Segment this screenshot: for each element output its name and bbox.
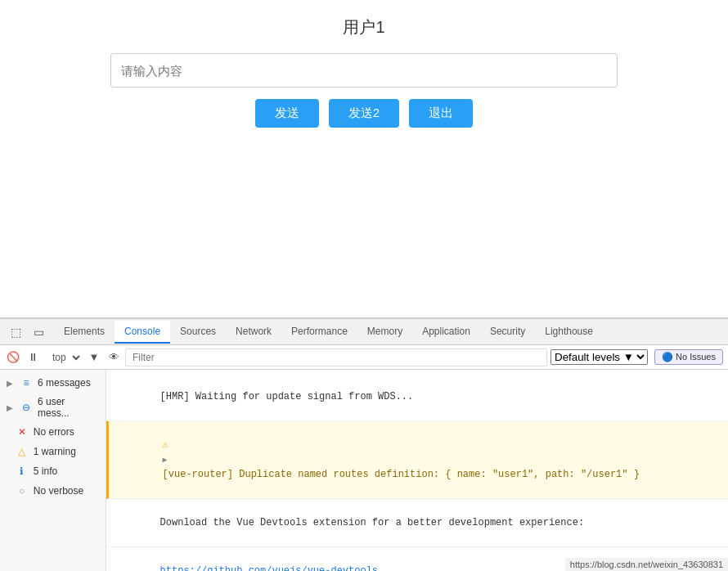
page-title-area: 用户1 <box>0 16 728 38</box>
devtools-icons-left: ⬚ ▭ <box>7 323 47 341</box>
expand-arrow-messages: ▶ <box>7 379 13 388</box>
send-button[interactable]: 发送 <box>255 99 319 128</box>
errors-icon: ✕ <box>16 425 29 438</box>
devtools-console[interactable]: [HMR] Waiting for update signal from WDS… <box>106 370 728 571</box>
tab-console[interactable]: Console <box>115 321 170 344</box>
expand-arrow-verbose <box>7 487 9 496</box>
sidebar-item-messages[interactable]: ▶ ≡ 6 messages <box>0 373 106 393</box>
filter-input[interactable] <box>125 348 547 366</box>
default-levels-select[interactable]: Default levels ▼ <box>550 349 648 365</box>
button-area: 发送 发送2 退出 <box>255 99 473 128</box>
warnings-icon: △ <box>16 445 29 458</box>
tab-network[interactable]: Network <box>226 321 281 344</box>
warning-icon: ⚠ <box>163 439 169 451</box>
messages-label: 6 messages <box>38 377 91 389</box>
warnings-label: 1 warning <box>34 446 76 457</box>
devtools-tabs: ⬚ ▭ Elements Console Sources Network Per… <box>0 319 728 345</box>
input-area <box>110 53 618 88</box>
device-icon[interactable]: ▭ <box>29 323 47 341</box>
tab-elements[interactable]: Elements <box>54 321 115 344</box>
devtools-link[interactable]: https://github.com/vuejs/vue-devtools <box>160 565 378 571</box>
sidebar-item-errors[interactable]: ✕ No errors <box>0 422 106 442</box>
content-input[interactable] <box>110 53 618 88</box>
console-line-hmr: [HMR] Waiting for update signal from WDS… <box>106 373 728 421</box>
devtools-body: ▶ ≡ 6 messages ▶ ⊖ 6 user mess... ✕ No e… <box>0 370 728 571</box>
tab-lighthouse[interactable]: Lighthouse <box>535 321 603 344</box>
devtools-sidebar: ▶ ≡ 6 messages ▶ ⊖ 6 user mess... ✕ No e… <box>0 370 106 571</box>
expand-arrow-info <box>7 467 9 476</box>
sidebar-item-user-messages[interactable]: ▶ ⊖ 6 user mess... <box>0 393 106 422</box>
tab-security[interactable]: Security <box>480 321 535 344</box>
console-line-vue-router-text: [vue-router] Duplicate named routes defi… <box>163 469 640 480</box>
statusbar-url: https://blog.csdn.net/weixin_43630831 <box>570 560 723 569</box>
expand-arrow-errors <box>7 428 9 437</box>
info-label: 5 info <box>34 465 57 477</box>
inspect-icon[interactable]: ⬚ <box>7 323 25 341</box>
info-icon: ℹ <box>16 465 29 478</box>
clear-console-icon[interactable]: 🚫 <box>5 349 21 366</box>
sidebar-item-warnings[interactable]: △ 1 warning <box>0 442 106 461</box>
errors-label: No errors <box>34 426 74 438</box>
expand-arrow-warnings <box>7 447 9 456</box>
send2-button[interactable]: 发送2 <box>329 99 399 128</box>
console-line-vue-router: ⚠ ▶ [vue-router] Duplicate named routes … <box>106 421 728 499</box>
app-area: 用户1 发送 发送2 退出 <box>0 0 728 319</box>
console-line-hmr-text: [HMR] Waiting for update signal from WDS… <box>160 391 414 402</box>
expand-tri: ▶ <box>163 456 168 465</box>
tab-sources[interactable]: Sources <box>170 321 226 344</box>
messages-icon: ≡ <box>20 376 33 389</box>
verbose-label: No verbose <box>34 485 83 497</box>
devtools-toolbar: 🚫 ⏸ top ▼ 👁 Default levels ▼ 🔵 No Issues <box>0 345 728 370</box>
pause-on-exception-icon[interactable]: ⏸ <box>25 349 41 366</box>
tab-application[interactable]: Application <box>412 321 480 344</box>
page-title: 用户1 <box>0 16 728 38</box>
devtools-panel: ⬚ ▭ Elements Console Sources Network Per… <box>0 317 728 571</box>
no-issues-label: No Issues <box>676 352 716 362</box>
verbose-icon: ○ <box>16 484 29 497</box>
no-issues-badge: 🔵 No Issues <box>654 349 723 365</box>
statusbar: https://blog.csdn.net/weixin_43630831 <box>565 558 728 571</box>
dropdown-icon[interactable]: ▼ <box>86 349 102 366</box>
exit-button[interactable]: 退出 <box>409 99 473 128</box>
eye-icon[interactable]: 👁 <box>106 349 122 366</box>
no-issues-icon: 🔵 <box>662 352 673 362</box>
console-line-devtools-text: Download the Vue Devtools extension for … <box>160 517 584 528</box>
tab-memory[interactable]: Memory <box>357 321 412 344</box>
expand-arrow-user: ▶ <box>7 403 13 412</box>
user-messages-icon: ⊖ <box>20 401 33 414</box>
sidebar-item-info[interactable]: ℹ 5 info <box>0 461 106 481</box>
console-line-devtools: Download the Vue Devtools extension for … <box>106 499 728 547</box>
tab-performance[interactable]: Performance <box>281 321 357 344</box>
level-select[interactable]: top <box>46 349 83 366</box>
user-messages-label: 6 user mess... <box>38 396 99 419</box>
sidebar-item-verbose[interactable]: ○ No verbose <box>0 481 106 501</box>
